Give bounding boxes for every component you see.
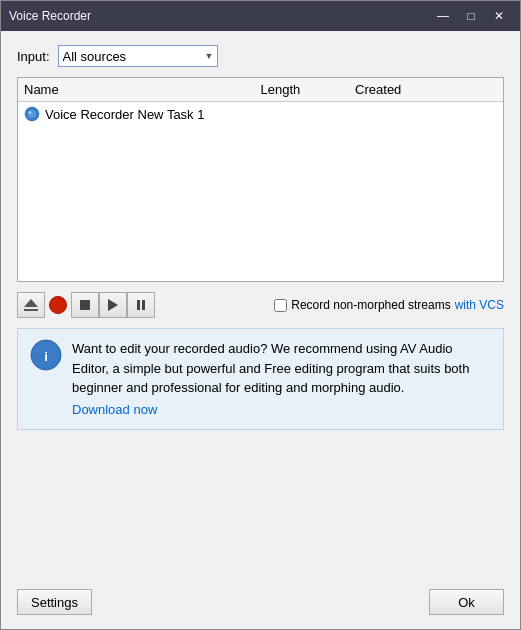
record-non-morphed-checkbox[interactable] bbox=[274, 299, 287, 312]
content-area: Input: All sources Microphone Line In St… bbox=[1, 31, 520, 579]
ok-button[interactable]: Ok bbox=[429, 589, 504, 615]
input-label: Input: bbox=[17, 49, 50, 64]
svg-point-1 bbox=[28, 110, 36, 118]
svg-point-2 bbox=[29, 111, 32, 114]
stop-icon bbox=[80, 300, 90, 310]
vcs-link[interactable]: with VCS bbox=[455, 298, 504, 312]
minimize-button[interactable]: — bbox=[430, 6, 456, 26]
input-row: Input: All sources Microphone Line In St… bbox=[17, 45, 504, 67]
pause-icon bbox=[137, 300, 145, 310]
title-bar: Voice Recorder — □ ✕ bbox=[1, 1, 520, 31]
pause-bar-left bbox=[137, 300, 140, 310]
record-non-morphed-label: Record non-morphed streams bbox=[291, 298, 450, 312]
pause-bar-right bbox=[142, 300, 145, 310]
column-length: Length bbox=[261, 82, 356, 97]
info-text-container: Want to edit your recorded audio? We rec… bbox=[72, 339, 491, 419]
table-header: Name Length Created bbox=[18, 78, 503, 102]
column-name: Name bbox=[24, 82, 261, 97]
window-controls: — □ ✕ bbox=[430, 6, 512, 26]
checkbox-row: Record non-morphed streams with VCS bbox=[274, 298, 504, 312]
toolbar-left bbox=[17, 292, 155, 318]
svg-text:i: i bbox=[44, 349, 48, 364]
info-box: i Want to edit your recorded audio? We r… bbox=[17, 328, 504, 430]
row-name-text: Voice Recorder New Task 1 bbox=[45, 107, 204, 122]
record-icon bbox=[49, 296, 67, 314]
close-button[interactable]: ✕ bbox=[486, 6, 512, 26]
recordings-table: Name Length Created Voice Recorder New T… bbox=[17, 77, 504, 282]
info-icon: i bbox=[30, 339, 62, 371]
window-title: Voice Recorder bbox=[9, 9, 91, 23]
play-button[interactable] bbox=[99, 292, 127, 318]
record-button[interactable] bbox=[45, 292, 71, 318]
play-icon bbox=[108, 299, 118, 311]
info-description: Want to edit your recorded audio? We rec… bbox=[72, 341, 469, 395]
toolbar: Record non-morphed streams with VCS bbox=[17, 292, 504, 318]
footer: Settings Ok bbox=[1, 579, 520, 629]
eject-button[interactable] bbox=[17, 292, 45, 318]
maximize-button[interactable]: □ bbox=[458, 6, 484, 26]
main-window: Voice Recorder — □ ✕ Input: All sources … bbox=[0, 0, 521, 630]
toolbar-right: Record non-morphed streams with VCS bbox=[274, 298, 504, 312]
row-cell-name: Voice Recorder New Task 1 bbox=[24, 106, 261, 122]
input-select[interactable]: All sources Microphone Line In Stereo Mi… bbox=[58, 45, 218, 67]
table-row[interactable]: Voice Recorder New Task 1 bbox=[18, 102, 503, 126]
download-link[interactable]: Download now bbox=[72, 400, 491, 420]
input-select-wrapper: All sources Microphone Line In Stereo Mi… bbox=[58, 45, 218, 67]
recording-icon bbox=[24, 106, 40, 122]
settings-button[interactable]: Settings bbox=[17, 589, 92, 615]
column-created: Created bbox=[355, 82, 497, 97]
stop-button[interactable] bbox=[71, 292, 99, 318]
pause-button[interactable] bbox=[127, 292, 155, 318]
